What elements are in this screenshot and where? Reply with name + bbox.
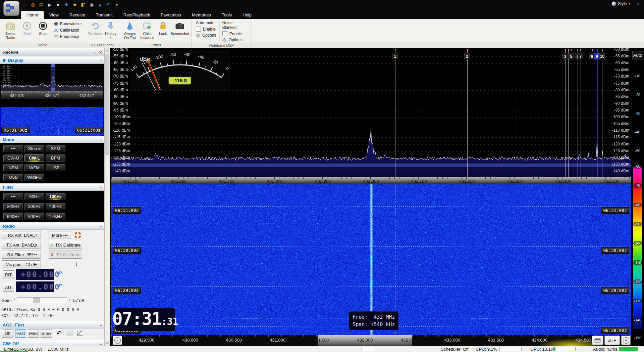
marker-tag-1[interactable]: 1: [392, 53, 398, 59]
toolbar-overflow-caret[interactable]: ▾: [114, 2, 120, 8]
filter-button-600hz[interactable]: 600Hz: [3, 213, 23, 220]
filter-button-50hz[interactable]: 50Hz: [24, 193, 44, 200]
radio-section-header[interactable]: Radio ▴: [0, 222, 104, 230]
add-icon[interactable]: ✚: [63, 2, 69, 8]
marker-tag-2[interactable]: 2: [464, 53, 470, 59]
spectrum-frequency-axis[interactable]: 431.500431.600431.700431.800431.900432.0…: [111, 177, 631, 184]
gain-slider-left-arrow[interactable]: ‹: [13, 298, 15, 302]
collapse-icon[interactable]: ▴: [100, 342, 102, 345]
scroll-right-button[interactable]: »: [621, 336, 631, 345]
if-frequency-axis[interactable]: 432.470432.471432.472: [1, 91, 103, 99]
marker-tag-10[interactable]: 10: [599, 53, 605, 59]
marker-tag-3[interactable]: 3: [562, 53, 568, 59]
filter-section-header[interactable]: Filter ▴: [0, 183, 104, 191]
frequency-button[interactable]: Frequency: [53, 34, 83, 39]
mode-button-nfm[interactable]: NFM: [3, 164, 23, 171]
left-panel-scrollbar[interactable]: ▲ ▼: [104, 48, 110, 346]
agc-picture-icon[interactable]: [66, 331, 73, 336]
filter-button-100hz[interactable]: 100Hz: [46, 193, 65, 200]
gain-slider-right-arrow[interactable]: ›: [69, 298, 70, 302]
agc-button-med[interactable]: Med: [28, 329, 39, 338]
lock-button[interactable]: Lock: [156, 20, 170, 43]
rx-calibrate-button[interactable]: ✓ RX Calibrate: [49, 241, 82, 249]
mode-button--[interactable]: •••: [3, 145, 23, 152]
previous-button[interactable]: Previous: [87, 20, 103, 43]
arrow-down-icon[interactable]: ↓: [75, 261, 78, 267]
mode-section-header[interactable]: Mode ▴: [0, 136, 104, 143]
mode-button-cw-u[interactable]: CW-U: [3, 155, 23, 162]
noise-blanker-enable-checkbox[interactable]: Enable: [222, 31, 247, 36]
mode-button-wfm[interactable]: WFM: [24, 164, 44, 171]
mode-button-usb[interactable]: USB: [3, 174, 23, 181]
filter-button--[interactable]: •••: [3, 193, 23, 200]
select-radio-button[interactable]: Select Radio: [1, 20, 19, 43]
tab-view[interactable]: View: [44, 11, 64, 19]
app-menu-button[interactable]: [3, 1, 19, 16]
style-selector[interactable]: Style: [618, 1, 627, 6]
ribbon-collapse-icon[interactable]: ˄: [637, 2, 639, 6]
mode-button-sam[interactable]: SAM: [46, 145, 65, 152]
scroll-left-button[interactable]: «: [113, 336, 122, 345]
start-button[interactable]: Start: [19, 20, 35, 43]
auto-mute-enable-checkbox[interactable]: Enable: [196, 27, 217, 32]
filter-button-300hz[interactable]: 300Hz: [24, 203, 44, 210]
if-display-header[interactable]: IF Display ▴: [0, 56, 104, 64]
screenshot-button[interactable]: Screenshot: [169, 20, 190, 43]
xit-reset-icon[interactable]: ↶: [57, 282, 63, 290]
collapse-icon[interactable]: ▴: [100, 224, 102, 228]
cw-section-header[interactable]: CW: Off ▴: [0, 340, 104, 346]
rit-reset-icon[interactable]: ↶: [57, 270, 63, 278]
home-icon[interactable]: ⌂: [21, 2, 28, 8]
if-spectrum[interactable]: [1, 64, 103, 91]
antenna-icon[interactable]: ▲: [97, 2, 103, 8]
collapse-icon[interactable]: ▴: [100, 323, 102, 326]
lock-icon[interactable]: ◧: [80, 2, 86, 8]
marker-tag-7[interactable]: 7: [578, 53, 583, 59]
gain-slider-track[interactable]: [17, 297, 67, 303]
agc-button-fast[interactable]: Fast: [15, 329, 26, 338]
agc-section-header[interactable]: AGC: Fast ▴: [0, 321, 104, 328]
waterfall-display[interactable]: 06:31:00z06:31:00z06:30:00z06:30:00z06:2…: [111, 184, 631, 335]
collapse-icon[interactable]: ▴: [100, 138, 102, 141]
agc-undo-icon[interactable]: ↶: [56, 329, 62, 337]
scroll-up-icon[interactable]: ▲: [105, 48, 110, 53]
auto-mute-options-button[interactable]: Options: [196, 33, 217, 38]
more-button[interactable]: More •••: [49, 231, 71, 239]
mode-button-lsb[interactable]: LSB: [46, 164, 65, 171]
zoom-level-button[interactable]: x5▶: [604, 336, 620, 345]
agc-button-off[interactable]: Off: [2, 329, 13, 338]
palette-gradient[interactable]: [633, 167, 642, 329]
tab-memories[interactable]: Memories: [186, 11, 216, 19]
marker-tag-9[interactable]: 9: [594, 53, 600, 59]
xit-button[interactable]: XIT: [3, 283, 14, 292]
tab-home[interactable]: Home: [21, 11, 44, 19]
tab-help[interactable]: Help: [237, 11, 257, 19]
folder-icon[interactable]: ▤: [38, 2, 44, 8]
tab-receive[interactable]: Receive: [64, 11, 91, 19]
scroll-down-icon[interactable]: ▼: [105, 341, 110, 346]
mode-button-wide-u[interactable]: Wide-U: [24, 174, 44, 181]
rx-antenna-dropdown[interactable]: RX Ant: LNAL▼: [2, 231, 41, 239]
xit-value-display[interactable]: +00.000: [16, 281, 54, 292]
collapse-icon[interactable]: ▴: [100, 185, 102, 189]
spectrum-display[interactable]: -140-120-100-80-60-40-200dBm-116.8 -50 d…: [111, 48, 631, 177]
tx-antenna-dropdown[interactable]: TX Ant: BAND1▼: [2, 241, 41, 249]
filter-button-1.0khz[interactable]: 1.0kHz: [46, 213, 65, 220]
gain-slider-thumb[interactable]: [33, 298, 40, 303]
help-ring-icon[interactable]: [74, 232, 81, 238]
tab-rec-playback[interactable]: Rec/Playback: [118, 11, 155, 19]
filter-button-200hz[interactable]: 200Hz: [3, 203, 23, 210]
style-caret-icon[interactable]: ▾: [629, 2, 630, 5]
tab-tools[interactable]: Tools: [216, 11, 237, 19]
keyboard-entry-button[interactable]: [592, 336, 603, 345]
collapse-icon[interactable]: ▴: [100, 58, 102, 62]
filter-button-400hz[interactable]: 400Hz: [46, 203, 65, 210]
child-instance-button[interactable]: Child Instance: [138, 20, 156, 43]
camera-icon[interactable]: ◉: [89, 2, 95, 8]
always-on-top-button[interactable]: Always On Top: [121, 20, 138, 43]
palette-auto-button[interactable]: Auto: [632, 51, 643, 59]
mode-button-bfm[interactable]: BFM: [46, 155, 65, 162]
mode-button-cw-l[interactable]: CW-L: [24, 155, 44, 162]
collapse-icon[interactable]: ▴: [94, 51, 96, 54]
play-icon[interactable]: ▶: [47, 2, 53, 8]
